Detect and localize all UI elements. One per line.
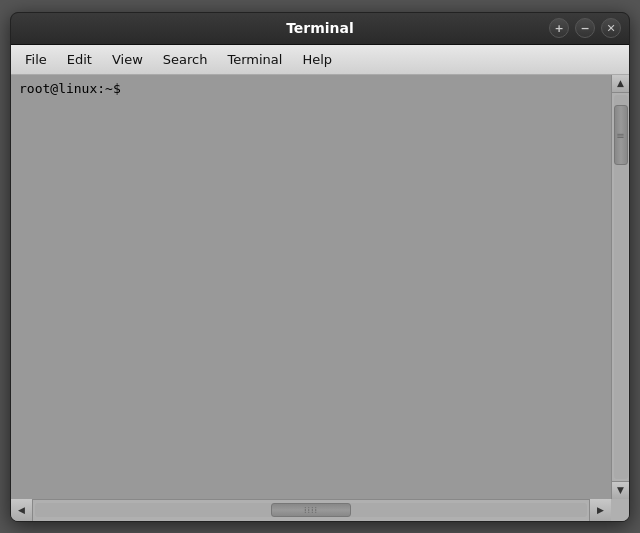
window-title: Terminal [99,20,541,36]
menu-view[interactable]: View [102,48,153,71]
vertical-scrollbar: ▲ ▼ [611,75,629,499]
scroll-h-track [35,503,587,517]
title-bar: Terminal + − ✕ [11,13,629,45]
menu-terminal[interactable]: Terminal [217,48,292,71]
terminal-window: Terminal + − ✕ File Edit View Search Ter… [10,12,630,522]
scroll-right-arrow[interactable]: ▶ [589,499,611,521]
minimize-button[interactable]: − [575,18,595,38]
scroll-down-arrow[interactable]: ▼ [612,481,630,499]
scroll-h-thumb[interactable] [271,503,351,517]
scroll-v-thumb[interactable] [614,105,628,165]
scroll-left-arrow[interactable]: ◀ [11,499,33,521]
menu-bar: File Edit View Search Terminal Help [11,45,629,75]
menu-file[interactable]: File [15,48,57,71]
terminal-container: root@linux:~$ ▲ ▼ [11,75,629,499]
add-button[interactable]: + [549,18,569,38]
scroll-v-track [614,95,628,479]
window-controls: + − ✕ [541,18,621,38]
horizontal-scrollbar-bar: ◀ ▶ [11,499,629,521]
scroll-up-arrow[interactable]: ▲ [612,75,630,93]
close-button[interactable]: ✕ [601,18,621,38]
menu-help[interactable]: Help [292,48,342,71]
prompt-text: root@linux:~$ [19,81,121,96]
scrollbar-corner [611,499,629,521]
menu-search[interactable]: Search [153,48,218,71]
terminal-area[interactable]: root@linux:~$ [11,75,611,499]
terminal-prompt: root@linux:~$ [19,81,603,96]
menu-edit[interactable]: Edit [57,48,102,71]
